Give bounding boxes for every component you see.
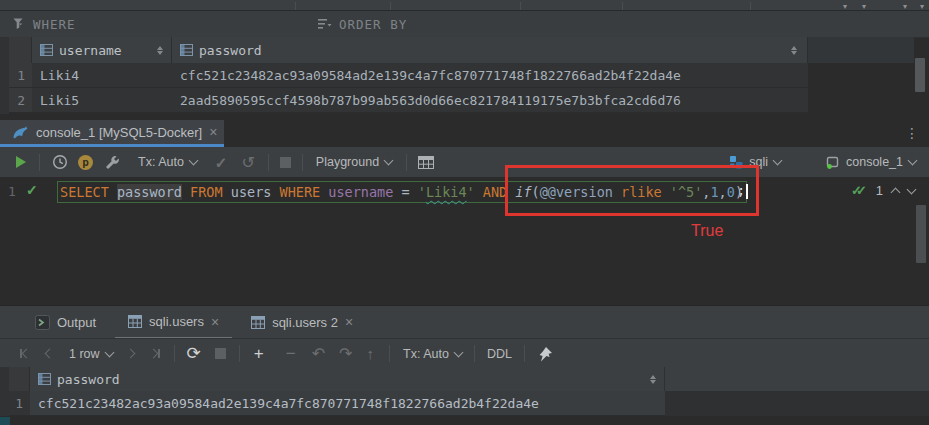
statement-success-check-icon: ✓ bbox=[26, 182, 38, 198]
stop-button[interactable] bbox=[280, 157, 291, 168]
next-page-button[interactable] bbox=[127, 350, 134, 357]
tab-sqli-users[interactable]: sqli.users × bbox=[115, 306, 232, 339]
order-by-filter-field[interactable]: ORDER BY bbox=[318, 11, 407, 37]
grid-corner-cell bbox=[9, 37, 32, 63]
sort-arrows-icon[interactable] bbox=[157, 46, 163, 55]
table-row[interactable]: 2 Liki5 2aad5890595ccf4598b787b99ab563d0… bbox=[0, 88, 929, 113]
grid-corner-cell bbox=[9, 367, 30, 391]
chevron-up-icon[interactable] bbox=[891, 187, 901, 197]
table-grid-icon bbox=[128, 315, 142, 328]
grid-scrollbar[interactable] bbox=[914, 37, 926, 114]
first-page-button[interactable] bbox=[20, 349, 30, 358]
chevron-down-icon bbox=[384, 156, 394, 166]
column-header-username[interactable]: username bbox=[32, 37, 172, 63]
table-row[interactable]: 1 cfc521c23482ac93a09584ad2e139c4a7fc870… bbox=[0, 391, 929, 416]
tab-console-1[interactable]: console_1 [MySQL5-Docker] × bbox=[0, 120, 224, 144]
row-count-dropdown[interactable]: 1 row bbox=[69, 347, 113, 361]
success-double-check-icon: ✓✓ bbox=[851, 183, 867, 198]
row-number-cell: 2 bbox=[9, 88, 32, 113]
toolbar-fragment bbox=[622, 2, 623, 10]
grid-header-filler bbox=[665, 367, 914, 391]
grid-header-filler bbox=[808, 37, 914, 63]
grid-toolbar: 1 row ⟳ + − ↶ ↷ ↑ Tx: Auto DDL bbox=[0, 338, 929, 368]
column-header-label: password bbox=[199, 43, 262, 58]
password-cell[interactable]: cfc521c23482ac93a09584ad2e139c4a7fc87077… bbox=[30, 391, 665, 416]
toolbar-fragment bbox=[750, 2, 751, 10]
column-icon bbox=[180, 44, 193, 56]
tab-output[interactable]: Output bbox=[22, 306, 109, 338]
row-number-cell: 1 bbox=[9, 63, 32, 88]
scrollbar-thumb[interactable] bbox=[916, 205, 926, 263]
column-header-password[interactable]: password bbox=[30, 367, 665, 391]
execute-button[interactable] bbox=[16, 156, 26, 168]
annotation-highlight-box bbox=[505, 165, 759, 216]
table-row[interactable]: 1 Liki4 cfc521c23482ac93a09584ad2e139c4a… bbox=[0, 63, 929, 88]
reload-button[interactable]: ⟳ bbox=[187, 346, 201, 361]
close-icon[interactable]: × bbox=[211, 316, 219, 328]
history-clock-icon[interactable] bbox=[52, 154, 68, 170]
grid-filter-bar: WHERE ORDER BY bbox=[0, 11, 929, 38]
tx-mode-dropdown[interactable]: Tx: Auto bbox=[138, 155, 197, 169]
settings-wrench-icon[interactable] bbox=[103, 154, 119, 170]
password-cell[interactable]: 2aad5890595ccf4598b787b99ab563d0d66ec821… bbox=[172, 88, 808, 113]
tx-mode-dropdown[interactable]: Tx: Auto bbox=[403, 347, 462, 361]
chevron-down-icon bbox=[908, 156, 918, 166]
close-icon[interactable]: × bbox=[209, 126, 217, 138]
playground-dropdown[interactable]: Playground bbox=[316, 155, 392, 169]
toolbar-fragment bbox=[295, 2, 296, 10]
previous-page-button[interactable] bbox=[46, 350, 53, 357]
parameters-button[interactable]: p bbox=[78, 155, 93, 170]
redo-button[interactable]: ↷ bbox=[339, 346, 352, 361]
add-row-button[interactable]: + bbox=[254, 346, 264, 361]
mysql-dolphin-icon bbox=[12, 125, 29, 140]
kebab-menu-icon[interactable]: ⋮ bbox=[905, 125, 919, 141]
username-cell[interactable]: Liki4 bbox=[32, 63, 172, 88]
username-cell[interactable]: Liki5 bbox=[32, 88, 172, 113]
delete-row-button[interactable]: − bbox=[286, 346, 296, 361]
ddl-button[interactable]: DDL bbox=[487, 347, 512, 361]
column-header-password[interactable]: password bbox=[172, 37, 808, 63]
separator bbox=[389, 345, 390, 362]
scrollbar-thumb[interactable] bbox=[915, 58, 925, 92]
separator bbox=[174, 345, 175, 362]
results-grid-icon[interactable] bbox=[418, 156, 434, 169]
separator bbox=[406, 154, 407, 171]
sql-editor[interactable]: 1 ✓ SELECT password FROM users WHERE use… bbox=[0, 177, 929, 305]
sort-arrows-icon[interactable] bbox=[791, 46, 797, 55]
filter-funnel-icon bbox=[13, 18, 26, 30]
editor-scrollbar[interactable] bbox=[915, 205, 927, 275]
editor-result-widget: ✓✓ 1 bbox=[851, 183, 915, 198]
column-header-label: password bbox=[57, 372, 120, 387]
order-by-label: ORDER BY bbox=[339, 17, 407, 32]
stop-button[interactable] bbox=[215, 348, 226, 359]
bottom-grid-header: password bbox=[0, 367, 929, 391]
rollback-button[interactable]: ↺ bbox=[241, 155, 254, 170]
column-icon bbox=[40, 44, 53, 56]
tab-sqli-users-2[interactable]: sqli.users 2 × bbox=[238, 306, 366, 338]
sort-arrows-icon[interactable] bbox=[650, 375, 656, 384]
session-dropdown[interactable]: console_1 bbox=[825, 155, 916, 169]
chevron-down-icon: ▾ bbox=[843, 3, 847, 11]
tx-mode-label: Tx: Auto bbox=[138, 155, 184, 169]
pin-icon[interactable] bbox=[537, 346, 553, 362]
password-cell[interactable]: cfc521c23482ac93a09584ad2e139c4a7fc87077… bbox=[172, 63, 808, 88]
chevron-down-icon bbox=[188, 156, 198, 166]
last-page-button[interactable] bbox=[150, 349, 160, 358]
chevron-down-icon[interactable] bbox=[907, 184, 917, 194]
submit-button[interactable]: ↑ bbox=[367, 346, 375, 361]
chevron-down-icon bbox=[453, 347, 463, 357]
column-header-label: username bbox=[59, 43, 122, 58]
tab-label: sqli.users bbox=[149, 314, 204, 329]
commit-button[interactable]: ✓ bbox=[215, 155, 228, 170]
revert-button[interactable]: ↶ bbox=[312, 346, 325, 361]
result-count: 1 bbox=[876, 183, 883, 198]
separator bbox=[524, 345, 525, 362]
where-filter-field[interactable]: WHERE bbox=[13, 11, 76, 37]
playground-label: Playground bbox=[316, 155, 379, 169]
close-icon[interactable]: × bbox=[345, 316, 353, 328]
truncated-top-toolbar: ▾ ▾ ▾ ▾ bbox=[0, 0, 929, 11]
chevron-down-icon bbox=[104, 347, 114, 357]
output-icon bbox=[35, 315, 50, 330]
toolbar-fragment bbox=[390, 2, 391, 10]
chevron-down-icon bbox=[773, 156, 783, 166]
